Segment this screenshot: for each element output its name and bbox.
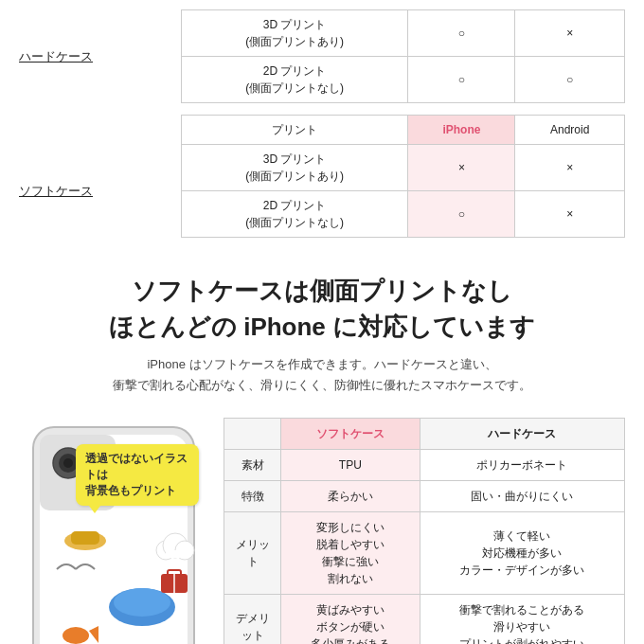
- top-comparison-table: ハードケース 3D プリント(側面プリントあり) ○ × 2D プリント(側面プ…: [19, 9, 625, 238]
- headline-section: ソフトケースは側面プリントなしほとんどの iPhone に対応しています iPh…: [0, 257, 644, 408]
- bottom-table-wrapper: ソフトケース ハードケース 素材 TPU ポリカーボネート 特徴 柔らかい 固い…: [224, 418, 625, 644]
- hard-case-label: ハードケース: [19, 49, 93, 63]
- bottom-table-row: 素材 TPU ポリカーボネート: [224, 449, 625, 480]
- svg-rect-13: [71, 531, 99, 545]
- bottom-comparison-table: ソフトケース ハードケース 素材 TPU ポリカーボネート 特徴 柔らかい 固い…: [224, 418, 625, 644]
- top-table-section: ハードケース 3D プリント(側面プリントあり) ○ × 2D プリント(側面プ…: [0, 0, 644, 257]
- soft-case-col-header: ソフトケース: [281, 418, 420, 449]
- headline-title: ソフトケースは側面プリントなしほとんどの iPhone に対応しています: [19, 274, 625, 345]
- bottom-table-row: メリット 変形しにくい脱着しやすい衝撃に強い割れない 薄くて軽い対応機種が多いカ…: [224, 511, 625, 594]
- hard-case-col-header: ハードケース: [420, 418, 624, 449]
- svg-point-5: [63, 458, 73, 468]
- bottom-table-row: 特徴 柔らかい 固い・曲がりにくい: [224, 480, 625, 511]
- soft-case-label: ソフトケース: [19, 184, 93, 198]
- svg-point-11: [114, 588, 170, 617]
- phone-image-container: 透過ではないイラストは背景色もプリント: [19, 418, 208, 644]
- bottom-section: 透過ではないイラストは背景色もプリント: [0, 408, 644, 644]
- bottom-table-row: デメリット 黄ばみやすいボタンが硬い多少厚みがある 衝撃で割れることがある滑りや…: [224, 594, 625, 644]
- svg-point-17: [63, 627, 89, 644]
- svg-rect-28: [166, 550, 185, 558]
- headline-description: iPhone はソフトケースを作成できます。ハードケースと違い、衝撃で割れる心配…: [19, 354, 625, 396]
- bubble-text: 透過ではないイラストは背景色もプリント: [76, 444, 199, 507]
